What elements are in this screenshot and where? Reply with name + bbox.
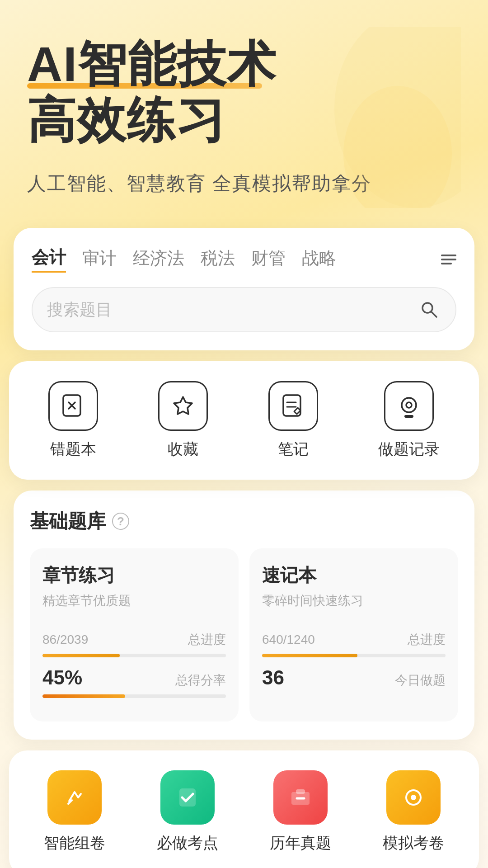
mock-exam-label: 模拟考卷 (383, 833, 444, 854)
svg-marker-7 (174, 397, 192, 414)
search-placeholder-text: 搜索题目 (47, 299, 418, 321)
chapter-score-fill (42, 694, 125, 698)
quick-today-label: 今日做题 (395, 672, 446, 689)
quick-progress-label: 总进度 (408, 631, 446, 648)
action-smart-paper[interactable]: 智能组卷 (44, 770, 105, 854)
action-records[interactable]: 做题记录 (378, 381, 440, 460)
svg-point-19 (411, 795, 416, 800)
chapter-progress-label: 总进度 (188, 631, 226, 648)
action-must-do[interactable]: 必做考点 (157, 770, 218, 854)
chapter-practice-card[interactable]: 章节练习 精选章节优质题 86/2039 总进度 45% 总得分率 (30, 548, 239, 722)
past-exams-label: 历年真题 (270, 833, 331, 854)
svg-line-3 (431, 311, 436, 317)
quick-notes-title: 速记本 (262, 563, 446, 588)
chapter-practice-title: 章节练习 (42, 563, 226, 588)
chapter-score-label: 总得分率 (175, 672, 226, 689)
action-collection[interactable]: 收藏 (158, 381, 208, 460)
tab-tax-law[interactable]: 税法 (201, 247, 235, 272)
quick-today-row: 36 今日做题 (262, 666, 446, 689)
main-card: 会计 审计 经济法 税法 财管 战略 搜索题目 (14, 228, 474, 350)
quick-actions-card: 错题本 收藏 笔记 做题记录 (9, 361, 479, 480)
past-exams-icon (273, 770, 328, 825)
library-cards: 章节练习 精选章节优质题 86/2039 总进度 45% 总得分率 速记本 零碎 (30, 548, 458, 722)
wrong-book-icon (48, 381, 98, 431)
chapter-score-row: 45% 总得分率 (42, 666, 226, 689)
quick-progress-value: 640/1240 (262, 626, 315, 648)
quick-today-value: 36 (262, 666, 284, 689)
tab-finance[interactable]: 财管 (251, 247, 286, 272)
tab-more-button[interactable] (441, 255, 456, 264)
notes-label: 笔记 (278, 439, 309, 460)
tab-accounting[interactable]: 会计 (32, 246, 66, 273)
quick-notes-card[interactable]: 速记本 零碎时间快速练习 640/1240 总进度 36 今日做题 (249, 548, 458, 722)
chapter-progress-value: 86/2039 (42, 626, 88, 648)
tab-economic-law[interactable]: 经济法 (133, 247, 184, 272)
chapter-score-value: 45% (42, 666, 82, 689)
smart-paper-icon (47, 770, 102, 825)
search-box[interactable]: 搜索题目 (32, 287, 456, 332)
records-label: 做题记录 (378, 439, 440, 460)
tab-audit[interactable]: 审计 (82, 247, 117, 272)
library-section: 基础题库 ? 章节练习 精选章节优质题 86/2039 总进度 45% 总得分率 (14, 491, 474, 740)
action-wrong-book[interactable]: 错题本 (48, 381, 98, 460)
notes-icon (268, 381, 318, 431)
subject-tabs: 会计 审计 经济法 税法 财管 战略 (32, 246, 456, 273)
chapter-progress-bar (42, 654, 226, 657)
must-do-label: 必做考点 (157, 833, 218, 854)
action-notes[interactable]: 笔记 (268, 381, 318, 460)
library-title: 基础题库 (30, 509, 106, 534)
quick-progress-row: 640/1240 总进度 (262, 626, 446, 648)
action-mock-exam[interactable]: 模拟考卷 (383, 770, 444, 854)
library-header: 基础题库 ? (30, 509, 458, 534)
action-past-exams[interactable]: 历年真题 (270, 770, 331, 854)
search-icon[interactable] (418, 298, 441, 321)
help-icon[interactable]: ? (112, 513, 129, 530)
svg-rect-13 (404, 415, 413, 418)
svg-point-12 (406, 402, 412, 408)
quick-progress-bar (262, 654, 446, 657)
records-icon (384, 381, 434, 431)
svg-rect-16 (296, 789, 305, 794)
hero-title-line2: 高效练习 (27, 92, 461, 148)
hero-title: AI智能技术 高效练习 (27, 36, 461, 148)
bottom-actions-card: 智能组卷 必做考点 历年真题 模拟考卷 (9, 750, 479, 868)
chapter-practice-desc: 精选章节优质题 (42, 592, 226, 609)
svg-point-11 (402, 398, 416, 412)
must-do-icon (160, 770, 215, 825)
chapter-score-bar (42, 694, 226, 698)
chapter-progress-row: 86/2039 总进度 (42, 626, 226, 648)
collection-label: 收藏 (168, 439, 198, 460)
hero-section: AI智能技术 高效练习 人工智能、智慧教育 全真模拟帮助拿分 (0, 0, 488, 214)
mock-exam-icon (386, 770, 441, 825)
wrong-book-label: 错题本 (50, 439, 96, 460)
smart-paper-label: 智能组卷 (44, 833, 105, 854)
tab-strategy[interactable]: 战略 (302, 247, 336, 272)
collection-icon (158, 381, 208, 431)
chapter-progress-fill (42, 654, 120, 657)
quick-notes-desc: 零碎时间快速练习 (262, 592, 446, 609)
quick-progress-fill (262, 654, 357, 657)
hero-title-line1: AI智能技术 (27, 36, 461, 92)
